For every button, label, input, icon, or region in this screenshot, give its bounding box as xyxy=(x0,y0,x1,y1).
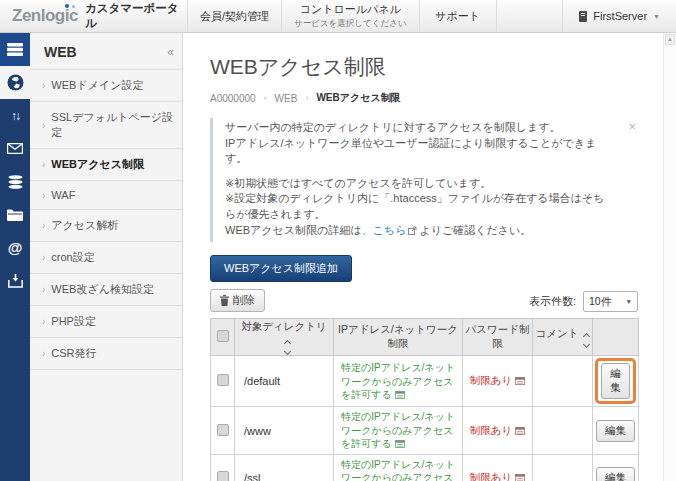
nav-support-label: サポート xyxy=(435,9,480,24)
per-page-select[interactable]: 10件 ▼ xyxy=(583,291,638,312)
col-header-directory: 対象ディレクトリ xyxy=(235,319,334,356)
caret-down-icon: ▼ xyxy=(626,298,632,305)
sidebar-item-tamper-detection[interactable]: › WEB改ざん検知設定 xyxy=(30,273,182,305)
sort-directory-icon[interactable] xyxy=(285,341,290,354)
password-cell: 制限あり xyxy=(463,407,533,455)
row-checkbox[interactable] xyxy=(217,374,229,386)
scrollbar[interactable]: ▲ xyxy=(663,33,676,481)
directory-cell: /ssl xyxy=(235,454,334,481)
col-header-password: パスワード制限 xyxy=(463,319,533,356)
account-menu[interactable]: FirstServer ▼ xyxy=(562,0,676,32)
select-all-checkbox[interactable] xyxy=(217,330,229,342)
password-cell: 制限あり xyxy=(463,356,533,407)
sidebar-menu: WEB « › WEBドメイン設定 › SSLデフォルトページ設定 › WEBア… xyxy=(30,33,183,481)
select-all-cell xyxy=(211,319,235,356)
trash-icon xyxy=(220,295,229,306)
up-down-arrows-icon: ↑↓ xyxy=(11,109,19,123)
sidebar-section-install[interactable] xyxy=(0,264,30,297)
nav-support[interactable]: サポート xyxy=(419,0,497,32)
info-line-1: サーバー内の特定のディレクトリに対するアクセスを制限します。 xyxy=(225,120,612,136)
scrollbar-up-icon[interactable]: ▲ xyxy=(665,34,675,45)
install-box-icon xyxy=(8,274,23,288)
portal-name: カスタマーポータル xyxy=(85,1,183,31)
app-window: Zenlogic カスタマーポータル 会員/契約管理 コントロールパネル サービ… xyxy=(0,0,676,481)
at-icon: @ xyxy=(8,239,23,256)
external-link-icon xyxy=(408,226,417,235)
row-checkbox[interactable] xyxy=(217,424,229,436)
restrictions-table: 対象ディレクトリ IPアドレス/ネットワーク制限 パスワード制限 コメント /d… xyxy=(210,318,639,481)
sidebar-item-waf[interactable]: › WAF xyxy=(30,180,182,209)
folder-icon xyxy=(7,209,23,221)
header-nav: 会員/契約管理 コントロールパネル サービスを選択してください サポート xyxy=(187,0,497,32)
sidebar-item-csr[interactable]: › CSR発行 xyxy=(30,337,182,370)
password-cell: 制限あり xyxy=(463,454,533,481)
sidebar-item-web-domain[interactable]: › WEBドメイン設定 xyxy=(30,69,182,101)
info-detail-line: WEBアクセス制限の詳細は、こちらよりご確認ください。 xyxy=(225,223,612,239)
main-menu-icon[interactable] xyxy=(0,33,30,66)
nav-control-panel-label: コントロールパネル xyxy=(300,2,401,17)
sort-comment-icon[interactable] xyxy=(584,334,589,347)
add-restriction-button[interactable]: WEBアクセス制限追加 xyxy=(210,255,352,282)
comment-cell xyxy=(533,407,593,455)
detail-list-icon xyxy=(515,474,525,481)
icon-strip: ↑↓ @ xyxy=(0,33,30,481)
ip-restriction-cell: 特定のIPアドレス/ネットワークからのみアクセスを許可する xyxy=(334,454,463,481)
mail-icon xyxy=(7,143,23,154)
sidebar-item-php[interactable]: › PHP設定 xyxy=(30,305,182,337)
info-note-1: ※初期状態ではすべてのアクセスを許可しています。 xyxy=(225,176,612,192)
info-note-2: ※設定対象のディレクトリ内に「.htaccess」ファイルが存在する場合はそちら… xyxy=(225,191,612,222)
detail-list-icon xyxy=(515,427,525,435)
sidebar-section-mail[interactable] xyxy=(0,132,30,165)
row-checkbox[interactable] xyxy=(217,471,229,481)
col-header-actions xyxy=(593,319,639,356)
chevron-right-icon: › xyxy=(42,159,45,170)
sidebar-section-files[interactable] xyxy=(0,198,30,231)
chevron-right-icon: › xyxy=(42,252,45,263)
chevron-right-icon: › xyxy=(42,284,45,295)
table-header-row: 対象ディレクトリ IPアドレス/ネットワーク制限 パスワード制限 コメント xyxy=(211,319,639,356)
directory-cell: /default xyxy=(235,356,334,407)
table-row: /default 特定のIPアドレス/ネットワークからのみアクセスを許可する 制… xyxy=(211,356,639,407)
edit-button[interactable]: 編集 xyxy=(596,420,635,442)
breadcrumb-account[interactable]: A0000000 xyxy=(210,93,256,104)
sidebar-item-web-access-restriction[interactable]: › WEBアクセス制限 xyxy=(30,148,182,180)
nav-control-panel[interactable]: コントロールパネル サービスを選択してください xyxy=(281,0,419,32)
col-header-comment: コメント xyxy=(533,319,593,356)
info-box: × サーバー内の特定のディレクトリに対するアクセスを制限します。 IPアドレス/… xyxy=(210,118,638,242)
sidebar-item-access-analysis[interactable]: › アクセス解析 xyxy=(30,209,182,241)
breadcrumb-sep-icon: › xyxy=(305,93,308,103)
zenlogic-logo[interactable]: Zenlogic カスタマーポータル xyxy=(0,0,183,32)
database-icon xyxy=(8,175,23,189)
close-icon[interactable]: × xyxy=(628,120,636,133)
sidebar-section-transfer[interactable]: ↑↓ xyxy=(0,99,30,132)
delete-button[interactable]: 削除 xyxy=(210,289,265,312)
ip-restriction-cell: 特定のIPアドレス/ネットワークからのみアクセスを許可する xyxy=(334,407,463,455)
ip-restriction-cell: 特定のIPアドレス/ネットワークからのみアクセスを許可する xyxy=(334,356,463,407)
caret-down-icon: ▼ xyxy=(653,13,660,20)
per-page-control-top: 表示件数: 10件 ▼ xyxy=(529,291,638,312)
comment-cell xyxy=(533,356,593,407)
sidebar-item-cron[interactable]: › cron設定 xyxy=(30,241,182,273)
detail-list-icon xyxy=(515,377,525,385)
highlight-ring: 編集 xyxy=(595,358,636,404)
sidebar-item-ssl-default-page[interactable]: › SSLデフォルトページ設定 xyxy=(30,101,182,148)
sidebar-section-web[interactable] xyxy=(0,66,30,99)
page-title: WEBアクセス制限 xyxy=(210,53,651,81)
nav-control-panel-sublabel: サービスを選択してください xyxy=(294,18,407,30)
main-content: WEBアクセス制限 A0000000 › WEB › WEBアクセス制限 × サ… xyxy=(183,33,663,481)
detail-list-icon xyxy=(395,391,405,399)
account-name: FirstServer xyxy=(593,10,647,22)
sidebar-section-mail-settings[interactable]: @ xyxy=(0,231,30,264)
per-page-label: 表示件数: xyxy=(529,294,576,309)
edit-button[interactable]: 編集 xyxy=(601,363,630,399)
sidebar-section-database[interactable] xyxy=(0,165,30,198)
breadcrumb-current: WEBアクセス制限 xyxy=(316,91,400,105)
table-toolbar: 削除 表示件数: 10件 ▼ xyxy=(210,289,638,312)
collapse-sidebar-icon[interactable]: « xyxy=(167,45,174,59)
nav-member-contract[interactable]: 会員/契約管理 xyxy=(187,0,281,32)
sidebar-menu-header: WEB « xyxy=(30,33,182,69)
directory-cell: /www xyxy=(235,407,334,455)
detail-link[interactable]: こちら xyxy=(373,224,407,236)
breadcrumb-web[interactable]: WEB xyxy=(275,93,298,104)
edit-button[interactable]: 編集 xyxy=(596,467,635,481)
